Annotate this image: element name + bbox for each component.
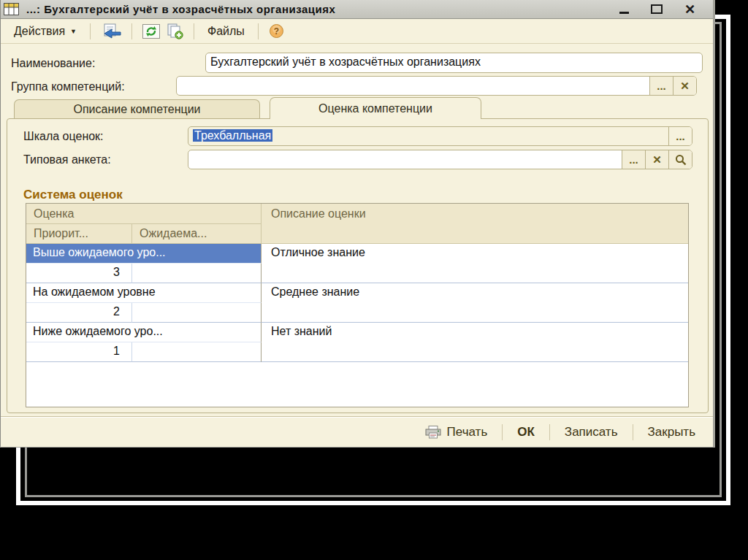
toolbar-separator [131, 23, 132, 39]
toolbar: Действия ▼ [1, 19, 713, 44]
column-header-rating[interactable]: Оценка [26, 204, 262, 224]
table-window-icon [4, 3, 19, 15]
toolbar-separator [194, 23, 194, 39]
footer-separator [549, 424, 550, 440]
ellipsis-icon: ... [657, 80, 666, 92]
ellipsis-icon: ... [676, 130, 685, 142]
table-row-priority[interactable]: 2 [26, 303, 132, 323]
group-choose-button[interactable]: ... [649, 77, 673, 95]
questionnaire-field-value [188, 150, 622, 169]
ratings-table: Оценка Описание оценки Приорит... Ожидае… [26, 203, 689, 407]
ellipsis-icon: ... [629, 153, 638, 166]
tab-rating[interactable]: Оценка компетенции [270, 97, 481, 119]
tab-description[interactable]: Описание компетенции [14, 99, 260, 119]
column-header-expected[interactable]: Ожидаема... [132, 224, 262, 244]
files-button[interactable]: Файлы [202, 23, 251, 40]
print-button-label: Печать [447, 425, 488, 440]
table-row-name[interactable]: Ниже ожидаемого уро... [26, 323, 262, 342]
rating-tab-panel: Шкала оценок: Трехбалльная ... Типовая а… [7, 118, 709, 413]
questionnaire-clear-button[interactable]: ✕ [645, 150, 668, 169]
scale-field-value: Трехбалльная [188, 127, 668, 145]
name-field-value: Бухгалтерский учёт в хозрасчётных органи… [206, 53, 702, 72]
clear-icon: ✕ [652, 153, 662, 166]
actions-menu-label: Действия [14, 25, 65, 38]
questionnaire-field[interactable]: ... ✕ [188, 150, 692, 169]
scale-label: Шкала оценок: [23, 130, 104, 143]
questionnaire-choose-button[interactable]: ... [622, 150, 645, 169]
dialog-body: Действия ▼ [1, 19, 713, 447]
ok-button[interactable]: ОК [513, 423, 539, 441]
files-button-label: Файлы [207, 25, 245, 38]
toolbar-separator [258, 23, 259, 39]
group-clear-button[interactable]: ✕ [673, 77, 696, 95]
table-empty-area[interactable] [26, 362, 688, 407]
ok-button-label: ОК [517, 425, 535, 440]
table-row-name[interactable]: На ожидаемом уровне [26, 283, 262, 303]
save-button[interactable]: Записать [560, 423, 622, 441]
footer-button-bar: Печать ОК Записать Закрыть [1, 416, 713, 447]
close-button[interactable]: Закрыть [644, 423, 700, 441]
search-icon [675, 154, 687, 166]
svg-text:?: ? [274, 26, 279, 37]
chevron-down-icon: ▼ [70, 28, 77, 35]
footer-separator [502, 424, 503, 440]
table-row-expected[interactable] [132, 264, 262, 283]
table-row-priority[interactable]: 3 [26, 264, 132, 283]
group-field-value [177, 77, 649, 95]
copy-add-icon[interactable] [163, 22, 186, 41]
maximize-icon[interactable] [651, 4, 663, 14]
table-row-description[interactable]: Среднее знание [262, 283, 688, 323]
rating-system-title: Система оценок [23, 188, 123, 202]
scale-choose-button[interactable]: ... [668, 127, 692, 145]
table-row-expected[interactable] [132, 303, 262, 323]
window-title: ...: Бухгалтерский учёт в хозрасчётных о… [26, 3, 619, 15]
group-label: Группа компетенций: [11, 80, 125, 93]
name-field[interactable]: Бухгалтерский учёт в хозрасчётных органи… [205, 53, 703, 73]
questionnaire-label: Типовая анкета: [23, 153, 111, 166]
scale-selected-text: Трехбалльная [193, 129, 272, 142]
close-icon[interactable]: ✕ [684, 4, 695, 15]
titlebar: ...: Бухгалтерский учёт в хозрасчётных о… [1, 0, 713, 19]
close-button-label: Закрыть [648, 425, 695, 440]
table-row-name[interactable]: Выше ожидаемого уро... [26, 244, 262, 264]
questionnaire-search-button[interactable] [668, 150, 692, 169]
footer-separator [633, 424, 633, 440]
clear-icon: ✕ [680, 80, 690, 93]
tab-rating-label: Оценка компетенции [318, 102, 432, 115]
table-row-expected[interactable] [132, 342, 262, 362]
name-label: Наименование: [11, 57, 95, 70]
toolbar-separator [90, 23, 91, 39]
print-button[interactable]: Печать [421, 423, 492, 441]
column-header-description[interactable]: Описание оценки [262, 204, 688, 244]
table-row-description[interactable]: Отличное знание [262, 244, 688, 283]
printer-icon [425, 426, 441, 439]
minimize-icon[interactable] [619, 12, 629, 14]
actions-menu-button[interactable]: Действия ▼ [8, 23, 83, 40]
save-button-label: Записать [565, 425, 618, 440]
refresh-icon[interactable] [140, 23, 163, 40]
column-header-priority[interactable]: Приорит... [26, 224, 132, 244]
scale-field[interactable]: Трехбалльная ... [188, 126, 692, 146]
write-record-icon[interactable] [98, 22, 124, 41]
dialog-window: ...: Бухгалтерский учёт в хозрасчётных о… [0, 0, 715, 448]
help-icon[interactable]: ? [266, 22, 287, 40]
tab-description-label: Описание компетенции [73, 103, 200, 116]
table-row-priority[interactable]: 1 [26, 342, 132, 362]
group-field[interactable]: ... ✕ [176, 76, 697, 96]
table-row-description[interactable]: Нет знаний [262, 323, 688, 362]
